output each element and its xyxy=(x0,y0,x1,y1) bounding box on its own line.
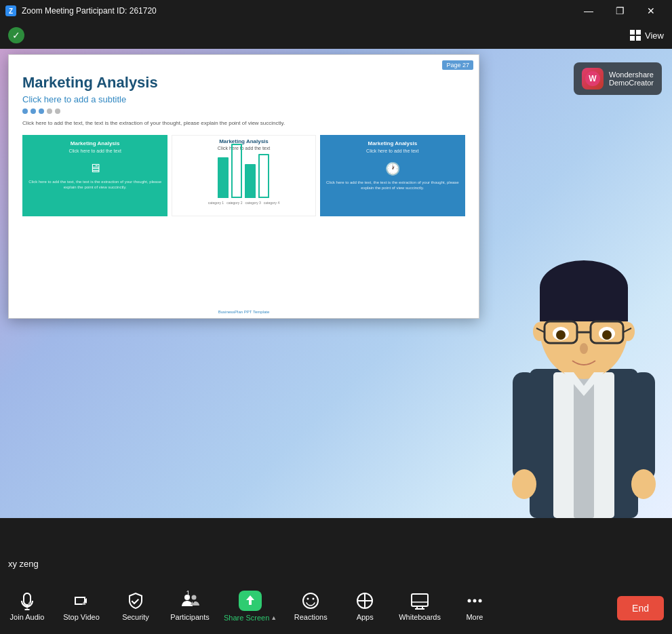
avatar-icon xyxy=(502,247,665,518)
share-screen-arrow: ▲ xyxy=(271,614,277,621)
chart-labels: category 1 category 2 category 3 categor… xyxy=(208,201,279,205)
card-3-icon: 🕐 xyxy=(385,161,400,176)
svg-point-29 xyxy=(512,469,536,499)
minimize-button[interactable]: — xyxy=(573,0,604,22)
bar-2 xyxy=(231,144,242,198)
svg-rect-28 xyxy=(631,372,655,481)
card-1-subtitle: Click here to add the text xyxy=(68,148,121,153)
grid-icon xyxy=(630,30,641,41)
svg-point-46 xyxy=(478,599,481,602)
more-icon xyxy=(465,591,484,610)
svg-point-34 xyxy=(307,597,309,599)
svg-rect-3 xyxy=(636,30,641,35)
view-button[interactable]: View xyxy=(630,30,664,41)
whiteboards-label: Whiteboards xyxy=(399,613,441,621)
maximize-button[interactable]: ❐ xyxy=(604,0,635,22)
slide-card-1: Marketing Analysis Click here to add the… xyxy=(22,135,167,216)
apps-button[interactable]: Apps xyxy=(338,578,392,634)
slide-dots xyxy=(22,108,465,114)
close-button[interactable]: ✕ xyxy=(635,0,667,22)
avatar-area xyxy=(482,49,672,518)
stop-video-arrow: ▲ xyxy=(81,599,87,606)
dot-1 xyxy=(22,108,28,114)
participants-arrow: ▲ xyxy=(189,599,195,606)
stop-video-button[interactable]: ▲ Stop Video xyxy=(54,578,108,634)
join-audio-button[interactable]: ▲ Join Audio xyxy=(0,578,54,634)
reactions-icon xyxy=(301,591,320,610)
view-label: View xyxy=(645,31,664,41)
join-audio-arrow: ▲ xyxy=(26,599,33,606)
slide-subtitle: Click here to add a subtitle xyxy=(22,94,465,104)
dot-5 xyxy=(55,108,60,114)
card-3-body: Click here to add the text, the text is … xyxy=(325,180,460,191)
slide-cards: Marketing Analysis Click here to add the… xyxy=(22,135,465,216)
share-screen-label: Share Screen xyxy=(224,614,269,622)
security-label: Security xyxy=(122,613,149,621)
card-3-subtitle: Click here to add the text xyxy=(366,148,418,153)
svg-point-45 xyxy=(473,599,476,602)
chart-title: Marketing Analysis xyxy=(219,138,269,144)
label-4: category 4 xyxy=(264,201,279,205)
svg-text:Z: Z xyxy=(9,7,13,15)
label-2: category 2 xyxy=(226,201,242,205)
dot-3 xyxy=(39,108,44,114)
security-button[interactable]: Security xyxy=(108,578,163,634)
label-3: category 3 xyxy=(245,201,260,205)
stop-video-label: Stop Video xyxy=(63,613,100,621)
participants-label: Participants xyxy=(170,613,209,621)
svg-point-23 xyxy=(556,330,566,340)
join-audio-label: Join Audio xyxy=(10,613,45,621)
card-1-icon: 🖥 xyxy=(89,161,101,176)
svg-point-35 xyxy=(313,597,315,599)
bar-1 xyxy=(218,157,229,198)
svg-rect-27 xyxy=(513,372,536,481)
share-screen-label-row: Share Screen ▲ xyxy=(224,614,277,622)
top-bar: ✓ View xyxy=(0,22,672,49)
dot-2 xyxy=(31,108,36,114)
apps-icon xyxy=(355,591,374,610)
end-button[interactable]: End xyxy=(617,596,664,620)
window-controls: — ❐ ✕ xyxy=(573,0,667,22)
card-1-title: Marketing Analysis xyxy=(71,140,120,146)
more-label: More xyxy=(466,613,483,621)
zoom-logo-icon: Z xyxy=(5,5,16,16)
slide-watermark: BusinessPlan PPT Template xyxy=(9,310,479,314)
title-bar-left: Z Zoom Meeting Participant ID: 261720 xyxy=(5,5,157,16)
svg-rect-13 xyxy=(540,288,628,321)
participants-count: 1 xyxy=(186,590,190,597)
reactions-button[interactable]: Reactions xyxy=(283,578,338,634)
card-3-title: Marketing Analysis xyxy=(368,140,418,146)
participant-name: xy zeng xyxy=(8,559,39,569)
chart-sub: Click here to add the text xyxy=(218,146,270,151)
participants-button[interactable]: 1 ▲ Participants xyxy=(163,578,217,634)
slide-inner: Page 27 Marketing Analysis Click here to… xyxy=(9,55,479,318)
toolbar: ▲ Join Audio ▲ Stop Video Security xyxy=(0,578,672,634)
more-button[interactable]: More xyxy=(448,578,502,634)
share-screen-button[interactable]: Share Screen ▲ xyxy=(217,578,283,634)
slide-title: Marketing Analysis xyxy=(22,74,465,92)
whiteboards-button[interactable]: Whiteboards xyxy=(392,578,448,634)
chart-bars xyxy=(218,153,269,201)
main-video-area: Page 27 Marketing Analysis Click here to… xyxy=(0,49,672,518)
svg-rect-39 xyxy=(412,594,428,606)
share-screen-icon xyxy=(239,591,262,611)
svg-rect-4 xyxy=(630,36,635,41)
svg-rect-5 xyxy=(636,36,641,41)
title-bar: Z Zoom Meeting Participant ID: 261720 — … xyxy=(0,0,672,22)
label-1: category 1 xyxy=(208,201,224,205)
join-audio-icon: ▲ xyxy=(18,591,37,610)
svg-point-25 xyxy=(580,343,588,354)
bottom-area xyxy=(0,518,672,578)
share-screen-icon-wrap xyxy=(239,591,262,611)
reactions-label: Reactions xyxy=(294,613,328,621)
dot-4 xyxy=(47,108,52,114)
svg-rect-2 xyxy=(630,30,635,35)
bar-3 xyxy=(245,164,256,198)
title-text: Zoom Meeting Participant ID: 261720 xyxy=(22,6,157,16)
shield-icon: ✓ xyxy=(8,27,24,43)
svg-point-30 xyxy=(631,469,656,499)
slide-card-3: Marketing Analysis Click here to add the… xyxy=(320,135,465,216)
participants-icon: 1 ▲ xyxy=(180,591,199,610)
svg-point-44 xyxy=(467,599,471,602)
stop-video-icon: ▲ xyxy=(72,591,91,610)
